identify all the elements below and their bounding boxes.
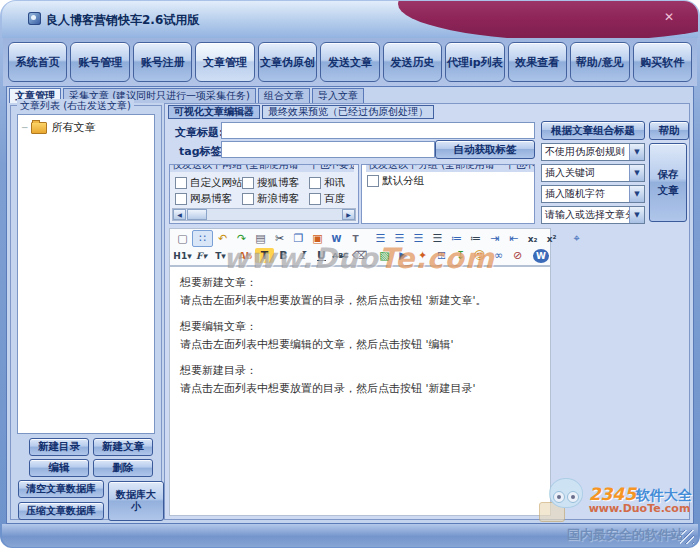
article-title-input[interactable] (221, 122, 535, 139)
article-tree[interactable]: ─ 所有文章 (17, 114, 155, 434)
remove-format-icon[interactable]: ⌫ (350, 248, 369, 263)
delete-button[interactable]: 删除 (93, 459, 153, 477)
edit-button[interactable]: 编辑 (29, 459, 89, 477)
paste-from-word-icon[interactable]: W (327, 231, 346, 246)
align-justify-icon[interactable]: ☰ (428, 231, 447, 246)
chevron-down-icon[interactable]: ▼ (629, 207, 644, 223)
checkbox-icon[interactable] (242, 177, 254, 189)
cut-icon[interactable]: ✂ (270, 231, 289, 246)
nav-tab-account-manage[interactable]: 账号管理 (70, 42, 129, 82)
bullet-list-icon[interactable]: ≔ (466, 231, 485, 246)
source-view-icon[interactable]: ∷ (192, 230, 213, 247)
checkbox-icon[interactable] (175, 193, 187, 205)
new-article-button[interactable]: 新建文章 (93, 438, 153, 456)
font-size-select-icon[interactable]: T▾ (211, 248, 230, 263)
nav-tab-proxy-ip[interactable]: 代理ip列表 (445, 42, 504, 82)
checkbox-baidu[interactable]: 百度 (309, 192, 345, 206)
ordered-list-icon[interactable]: ≔ (447, 231, 466, 246)
websites-horizontal-scrollbar[interactable]: ◀ ▶ (172, 208, 356, 221)
subtab-import-article[interactable]: 导入文章 (312, 88, 364, 103)
close-icon[interactable]: ✕ (664, 10, 674, 24)
clear-database-button[interactable]: 清空文章数据库 (18, 480, 104, 498)
font-select-icon[interactable]: F▾ (192, 248, 211, 263)
paste-as-text-icon[interactable]: T (346, 231, 365, 246)
paste-icon[interactable]: ▣ (308, 231, 327, 246)
heading-select-icon[interactable]: H1▾ (173, 248, 192, 263)
print-icon[interactable]: ▤ (251, 231, 270, 246)
font-color-icon[interactable]: Ab (236, 248, 255, 263)
auto-get-tag-button[interactable]: 自动获取标签 (435, 140, 535, 159)
nav-tab-send-history[interactable]: 发送历史 (383, 42, 442, 82)
undo-icon[interactable]: ↶ (213, 231, 232, 246)
highlight-color-icon[interactable]: T (255, 248, 274, 263)
editor-content[interactable]: 想要新建文章： 请点击左面列表中想要放置的目录，然后点击按钮 '新建文章'。 想… (169, 266, 551, 516)
help-button[interactable]: 帮助 (649, 121, 689, 140)
tree-item-all-articles[interactable]: ─ 所有文章 (18, 115, 154, 140)
tab-final-preview[interactable]: 最终效果预览（已经过伪原创处理） (262, 105, 434, 119)
chevron-down-icon[interactable]: ▼ (629, 186, 644, 202)
database-size-button[interactable]: 数据库大小 (108, 481, 164, 521)
redo-icon[interactable]: ↷ (232, 231, 251, 246)
nav-tab-account-register[interactable]: 账号注册 (133, 42, 192, 82)
checkbox-custom-site[interactable]: 自定义网站 (175, 176, 243, 190)
indent-icon[interactable]: ⇥ (485, 231, 504, 246)
word-icon[interactable]: W (533, 249, 549, 263)
checkbox-icon[interactable] (309, 193, 321, 205)
image-icon[interactable]: ▧ (375, 248, 394, 263)
new-directory-button[interactable]: 新建目录 (29, 438, 89, 456)
align-right-icon[interactable]: ☰ (409, 231, 428, 246)
link-icon[interactable]: ∞ (489, 248, 508, 263)
nav-tab-send-article[interactable]: 发送文章 (320, 42, 379, 82)
italic-icon[interactable]: I (293, 248, 312, 263)
nav-tab-home[interactable]: 系统首页 (8, 42, 67, 82)
checkbox-default-group[interactable]: 默认分组 (367, 174, 424, 188)
align-center-icon[interactable]: ☰ (390, 231, 409, 246)
checkbox-hexun-blog[interactable]: 和讯 (309, 176, 345, 190)
compress-database-button[interactable]: 压缩文章数据库 (18, 502, 104, 520)
checkbox-icon[interactable] (309, 177, 321, 189)
bold-icon[interactable]: B (274, 248, 293, 263)
select-all-icon[interactable]: ⌖ (567, 231, 586, 246)
scrollbar-thumb[interactable] (187, 209, 207, 220)
article-category-select[interactable]: 请输入或选择文章分类 ▼ (541, 206, 645, 224)
strikethrough-icon[interactable]: ABC (331, 248, 350, 263)
tab-visual-editor[interactable]: 可视化文章编辑器 (168, 105, 260, 119)
pseudo-original-rule-select[interactable]: 不使用伪原创规则 ▼ (541, 143, 645, 161)
outdent-icon[interactable]: ⇤ (504, 231, 523, 246)
scroll-right-icon[interactable]: ▶ (342, 209, 355, 220)
scroll-left-icon[interactable]: ◀ (173, 209, 186, 220)
nav-tab-effect-view[interactable]: 效果查看 (508, 42, 567, 82)
checkbox-sina-blog[interactable]: 新浪博客 (242, 192, 299, 206)
save-article-button[interactable]: 保存文章 (649, 143, 687, 222)
underline-icon[interactable]: U (312, 248, 331, 263)
insert-keyword-select[interactable]: 插入关键词 ▼ (541, 164, 645, 182)
align-left-icon[interactable]: ☰ (371, 231, 390, 246)
copy-icon[interactable]: ❐ (289, 231, 308, 246)
chevron-down-icon[interactable]: ▼ (629, 165, 644, 181)
tag-input[interactable] (221, 141, 435, 158)
titlebar[interactable]: 良人博客营销快车2.6试用版 ✕ (2, 1, 698, 38)
checkbox-netease-blog[interactable]: 网易博客 (175, 192, 232, 206)
table-icon[interactable]: ⊞ (432, 248, 451, 263)
nav-tab-help[interactable]: 帮助/意见 (570, 42, 629, 82)
nav-tab-buy[interactable]: 购买软件 (633, 42, 692, 82)
checkbox-icon[interactable] (367, 175, 379, 187)
checkbox-sohu-blog[interactable]: 搜狐博客 (242, 176, 299, 190)
anchor-icon[interactable]: ↧ (451, 248, 470, 263)
chevron-down-icon[interactable]: ▼ (629, 144, 644, 160)
superscript-icon[interactable]: x² (542, 231, 561, 246)
insert-random-chars-select[interactable]: 插入随机字符 ▼ (541, 185, 645, 203)
flash-icon[interactable]: ✦ (413, 248, 432, 263)
subscript-icon[interactable]: x₂ (523, 231, 542, 246)
checkbox-icon[interactable] (242, 193, 254, 205)
new-document-icon[interactable]: ▢ (173, 231, 192, 246)
main-panel: 文章管理 采集文章 (建议同时只进行一项采集任务) 组合文章 导入文章 文章列表… (6, 86, 694, 524)
nav-tab-pseudo-original[interactable]: 文章伪原创 (258, 42, 317, 82)
combine-title-button[interactable]: 根据文章组合标题 (541, 121, 645, 140)
nav-tab-article-manage[interactable]: 文章管理 (195, 42, 254, 82)
unlink-icon[interactable]: ⊘ (508, 248, 527, 263)
media-icon[interactable]: ▶ (394, 248, 413, 263)
subtab-combine-article[interactable]: 组合文章 (258, 88, 310, 103)
emoji-icon[interactable]: ☺ (470, 248, 489, 263)
checkbox-icon[interactable] (175, 177, 187, 189)
